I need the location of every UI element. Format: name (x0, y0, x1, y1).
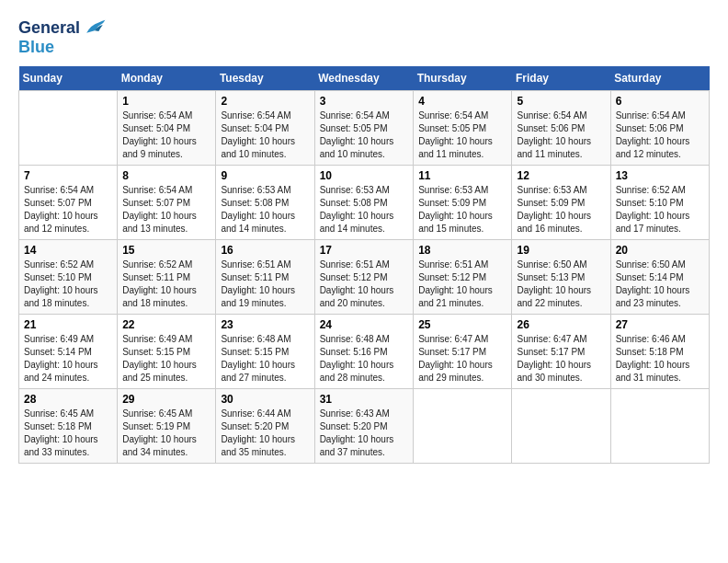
day-number: 19 (517, 244, 605, 257)
calendar-cell (610, 388, 709, 463)
calendar-cell: 25Sunrise: 6:47 AM Sunset: 5:17 PM Dayli… (414, 314, 512, 388)
day-info: Sunrise: 6:47 AM Sunset: 5:17 PM Dayligh… (418, 333, 506, 385)
day-info: Sunrise: 6:52 AM Sunset: 5:11 PM Dayligh… (122, 259, 210, 310)
calendar-cell: 30Sunrise: 6:44 AM Sunset: 5:20 PM Dayli… (216, 388, 314, 463)
calendar-cell: 23Sunrise: 6:48 AM Sunset: 5:15 PM Dayli… (216, 314, 314, 388)
logo: GeneralBlue (18, 18, 108, 57)
calendar-table: SundayMondayTuesdayWednesdayThursdayFrid… (18, 66, 710, 464)
day-info: Sunrise: 6:54 AM Sunset: 5:05 PM Dayligh… (320, 109, 409, 161)
day-info: Sunrise: 6:46 AM Sunset: 5:18 PM Dayligh… (616, 333, 704, 385)
day-number: 27 (616, 318, 704, 331)
calendar-cell: 26Sunrise: 6:47 AM Sunset: 5:17 PM Dayli… (512, 314, 610, 388)
calendar-cell: 10Sunrise: 6:53 AM Sunset: 5:08 PM Dayli… (314, 165, 414, 239)
day-info: Sunrise: 6:50 AM Sunset: 5:14 PM Dayligh… (616, 259, 704, 310)
calendar-cell: 24Sunrise: 6:48 AM Sunset: 5:16 PM Dayli… (314, 314, 414, 388)
calendar-cell: 2Sunrise: 6:54 AM Sunset: 5:04 PM Daylig… (216, 90, 314, 165)
day-number: 31 (320, 393, 409, 406)
calendar-header-friday: Friday (512, 66, 610, 91)
day-info: Sunrise: 6:45 AM Sunset: 5:18 PM Dayligh… (24, 408, 112, 459)
calendar-cell: 29Sunrise: 6:45 AM Sunset: 5:19 PM Dayli… (118, 388, 216, 463)
day-number: 3 (320, 95, 409, 108)
day-number: 13 (616, 169, 704, 182)
page-header: GeneralBlue (18, 18, 710, 57)
calendar-cell: 15Sunrise: 6:52 AM Sunset: 5:11 PM Dayli… (118, 239, 216, 314)
day-number: 1 (122, 95, 210, 108)
calendar-cell: 20Sunrise: 6:50 AM Sunset: 5:14 PM Dayli… (610, 239, 709, 314)
calendar-cell: 4Sunrise: 6:54 AM Sunset: 5:05 PM Daylig… (414, 90, 512, 165)
calendar-cell: 16Sunrise: 6:51 AM Sunset: 5:11 PM Dayli… (216, 239, 314, 314)
day-info: Sunrise: 6:51 AM Sunset: 5:12 PM Dayligh… (418, 259, 506, 310)
day-info: Sunrise: 6:54 AM Sunset: 5:04 PM Dayligh… (221, 109, 309, 161)
day-info: Sunrise: 6:51 AM Sunset: 5:11 PM Dayligh… (221, 259, 309, 310)
calendar-cell: 7Sunrise: 6:54 AM Sunset: 5:07 PM Daylig… (19, 165, 118, 239)
day-info: Sunrise: 6:53 AM Sunset: 5:08 PM Dayligh… (320, 184, 409, 236)
day-info: Sunrise: 6:49 AM Sunset: 5:14 PM Dayligh… (24, 333, 112, 385)
calendar-cell: 12Sunrise: 6:53 AM Sunset: 5:09 PM Dayli… (512, 165, 610, 239)
calendar-header-monday: Monday (118, 66, 216, 91)
day-number: 10 (320, 169, 409, 182)
day-number: 16 (221, 244, 309, 257)
calendar-cell: 13Sunrise: 6:52 AM Sunset: 5:10 PM Dayli… (610, 165, 709, 239)
day-info: Sunrise: 6:54 AM Sunset: 5:07 PM Dayligh… (122, 184, 210, 236)
day-info: Sunrise: 6:54 AM Sunset: 5:06 PM Dayligh… (616, 109, 704, 161)
day-number: 21 (24, 318, 112, 331)
day-info: Sunrise: 6:54 AM Sunset: 5:04 PM Dayligh… (122, 109, 210, 161)
calendar-header-wednesday: Wednesday (314, 66, 414, 91)
day-info: Sunrise: 6:52 AM Sunset: 5:10 PM Dayligh… (24, 259, 112, 310)
calendar-week-row: 14Sunrise: 6:52 AM Sunset: 5:10 PM Dayli… (19, 239, 710, 314)
day-number: 17 (320, 244, 409, 257)
calendar-cell: 1Sunrise: 6:54 AM Sunset: 5:04 PM Daylig… (118, 90, 216, 165)
day-number: 24 (320, 318, 409, 331)
day-number: 22 (122, 318, 210, 331)
calendar-cell: 19Sunrise: 6:50 AM Sunset: 5:13 PM Dayli… (512, 239, 610, 314)
day-info: Sunrise: 6:45 AM Sunset: 5:19 PM Dayligh… (122, 408, 210, 459)
calendar-header-saturday: Saturday (610, 66, 709, 91)
day-number: 28 (24, 393, 112, 406)
day-info: Sunrise: 6:52 AM Sunset: 5:10 PM Dayligh… (616, 184, 704, 236)
calendar-cell: 31Sunrise: 6:43 AM Sunset: 5:20 PM Dayli… (314, 388, 414, 463)
day-number: 30 (221, 393, 309, 406)
day-info: Sunrise: 6:44 AM Sunset: 5:20 PM Dayligh… (221, 408, 309, 459)
calendar-cell: 11Sunrise: 6:53 AM Sunset: 5:09 PM Dayli… (414, 165, 512, 239)
day-info: Sunrise: 6:53 AM Sunset: 5:08 PM Dayligh… (221, 184, 309, 236)
calendar-cell: 9Sunrise: 6:53 AM Sunset: 5:08 PM Daylig… (216, 165, 314, 239)
calendar-cell: 28Sunrise: 6:45 AM Sunset: 5:18 PM Dayli… (19, 388, 118, 463)
day-info: Sunrise: 6:49 AM Sunset: 5:15 PM Dayligh… (122, 333, 210, 385)
calendar-cell: 18Sunrise: 6:51 AM Sunset: 5:12 PM Dayli… (414, 239, 512, 314)
day-number: 18 (418, 244, 506, 257)
calendar-cell: 17Sunrise: 6:51 AM Sunset: 5:12 PM Dayli… (314, 239, 414, 314)
day-number: 29 (122, 393, 210, 406)
calendar-cell: 22Sunrise: 6:49 AM Sunset: 5:15 PM Dayli… (118, 314, 216, 388)
day-info: Sunrise: 6:48 AM Sunset: 5:16 PM Dayligh… (320, 333, 409, 385)
calendar-header-tuesday: Tuesday (216, 66, 314, 91)
day-info: Sunrise: 6:54 AM Sunset: 5:06 PM Dayligh… (517, 109, 605, 161)
day-number: 6 (616, 95, 704, 108)
day-number: 9 (221, 169, 309, 182)
calendar-cell: 27Sunrise: 6:46 AM Sunset: 5:18 PM Dayli… (610, 314, 709, 388)
day-number: 26 (517, 318, 605, 331)
calendar-cell: 3Sunrise: 6:54 AM Sunset: 5:05 PM Daylig… (314, 90, 414, 165)
day-info: Sunrise: 6:48 AM Sunset: 5:15 PM Dayligh… (221, 333, 309, 385)
calendar-cell: 8Sunrise: 6:54 AM Sunset: 5:07 PM Daylig… (118, 165, 216, 239)
day-info: Sunrise: 6:53 AM Sunset: 5:09 PM Dayligh… (418, 184, 506, 236)
day-number: 12 (517, 169, 605, 182)
calendar-week-row: 21Sunrise: 6:49 AM Sunset: 5:14 PM Dayli… (19, 314, 710, 388)
calendar-cell (19, 90, 118, 165)
calendar-cell: 5Sunrise: 6:54 AM Sunset: 5:06 PM Daylig… (512, 90, 610, 165)
calendar-cell: 14Sunrise: 6:52 AM Sunset: 5:10 PM Dayli… (19, 239, 118, 314)
calendar-cell (512, 388, 610, 463)
calendar-week-row: 7Sunrise: 6:54 AM Sunset: 5:07 PM Daylig… (19, 165, 710, 239)
calendar-week-row: 28Sunrise: 6:45 AM Sunset: 5:18 PM Dayli… (19, 388, 710, 463)
day-info: Sunrise: 6:43 AM Sunset: 5:20 PM Dayligh… (320, 408, 409, 459)
day-info: Sunrise: 6:54 AM Sunset: 5:07 PM Dayligh… (24, 184, 112, 236)
logo-text: GeneralBlue (18, 18, 108, 57)
day-number: 20 (616, 244, 704, 257)
calendar-header-row: SundayMondayTuesdayWednesdayThursdayFrid… (19, 66, 710, 91)
day-number: 8 (122, 169, 210, 182)
day-number: 2 (221, 95, 309, 108)
calendar-header-sunday: Sunday (19, 66, 118, 91)
day-number: 14 (24, 244, 112, 257)
calendar-week-row: 1Sunrise: 6:54 AM Sunset: 5:04 PM Daylig… (19, 90, 710, 165)
day-number: 7 (24, 169, 112, 182)
calendar-header-thursday: Thursday (414, 66, 512, 91)
